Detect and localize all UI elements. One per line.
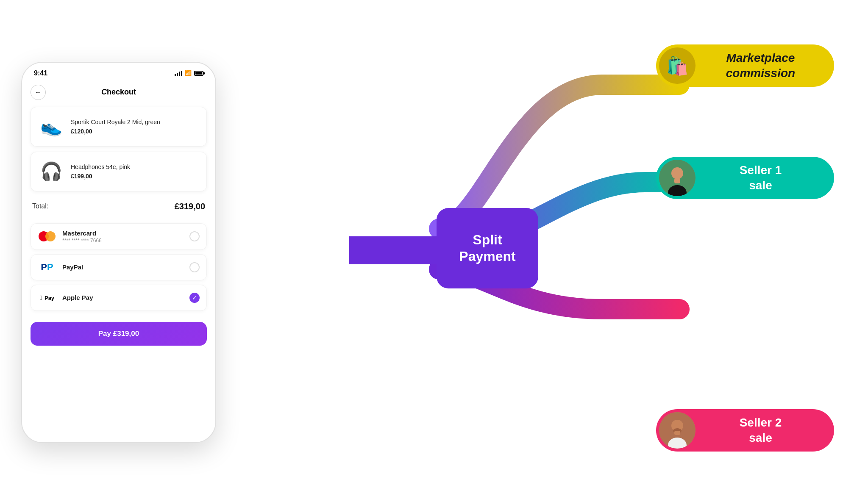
product-image-shoes: 👟 <box>38 113 65 140</box>
back-button[interactable]: ← <box>31 85 46 100</box>
svg-point-2 <box>671 167 683 179</box>
seller2-label: Seller 2 sale <box>696 415 834 446</box>
signal-icon <box>175 71 182 76</box>
marketplace-label: Marketplace commission <box>696 50 834 81</box>
svg-rect-4 <box>674 178 680 183</box>
split-payment-diagram: Split Payment 🛍️ Marketplace commission … <box>216 0 868 496</box>
seller2-node: Seller 2 sale <box>656 409 834 452</box>
total-label: Total: <box>32 202 48 210</box>
product-card-shoes: 👟 Sportik Court Royale 2 Mid, green £120… <box>31 107 207 147</box>
paypal-radio[interactable] <box>189 262 200 272</box>
applepay-info: Apple Pay <box>62 294 189 301</box>
applepay-name: Apple Pay <box>62 294 189 301</box>
total-row: Total: £319,00 <box>31 197 207 216</box>
svg-rect-0 <box>349 236 444 264</box>
product-info-shoes: Sportik Court Royale 2 Mid, green £120,0… <box>71 118 160 134</box>
product-info-headphones: Headphones 54e, pink £199,00 <box>71 163 130 179</box>
paypal-name: PayPal <box>62 263 189 271</box>
payment-method-applepay[interactable]:  Pay Apple Pay ✓ <box>31 285 207 311</box>
payment-method-paypal[interactable]: PP PayPal <box>31 254 207 280</box>
phone-content: 👟 Sportik Court Royale 2 Mid, green £120… <box>22 107 215 346</box>
paypal-info: PayPal <box>62 263 189 271</box>
mastercard-logo <box>38 230 56 243</box>
marketplace-icon: 🛍️ <box>659 47 696 84</box>
phone-mockup: 9:41 📶 ← Checkout 👟 Sportik Court Royale… <box>21 62 216 443</box>
page-title: Checkout <box>101 88 136 97</box>
applepay-logo:  Pay <box>38 291 56 305</box>
split-payment-label: Split Payment <box>459 232 515 264</box>
status-time: 9:41 <box>34 69 47 77</box>
product-price-headphones: £199,00 <box>71 173 130 180</box>
mastercard-name: Mastercard <box>62 230 189 237</box>
product-image-headphones: 🎧 <box>38 158 65 185</box>
product-name-shoes: Sportik Court Royale 2 Mid, green <box>71 118 160 126</box>
total-amount: £319,00 <box>175 202 205 211</box>
seller1-avatar <box>659 160 696 196</box>
status-icons: 📶 <box>175 70 203 76</box>
mastercard-detail: **** **** **** 7666 <box>62 238 189 244</box>
battery-icon <box>194 71 203 76</box>
mastercard-radio[interactable] <box>189 231 200 241</box>
seller1-node: Seller 1 sale <box>656 157 834 199</box>
checkout-header: ← Checkout <box>22 80 215 107</box>
payment-method-mastercard[interactable]: Mastercard **** **** **** 7666 <box>31 223 207 250</box>
status-bar: 9:41 📶 <box>22 63 215 80</box>
applepay-radio[interactable]: ✓ <box>189 293 200 303</box>
wifi-icon: 📶 <box>185 70 192 76</box>
mastercard-info: Mastercard **** **** **** 7666 <box>62 230 189 244</box>
product-card-headphones: 🎧 Headphones 54e, pink £199,00 <box>31 152 207 191</box>
marketplace-node: 🛍️ Marketplace commission <box>656 44 834 87</box>
split-payment-box: Split Payment <box>437 208 538 288</box>
seller1-label: Seller 1 sale <box>696 163 834 194</box>
seller2-avatar <box>659 412 696 449</box>
product-name-headphones: Headphones 54e, pink <box>71 163 130 171</box>
pay-button[interactable]: Pay £319,00 <box>31 322 207 346</box>
product-price-shoes: £120,00 <box>71 128 160 135</box>
paypal-logo: PP <box>38 260 56 274</box>
svg-rect-9 <box>674 431 680 435</box>
